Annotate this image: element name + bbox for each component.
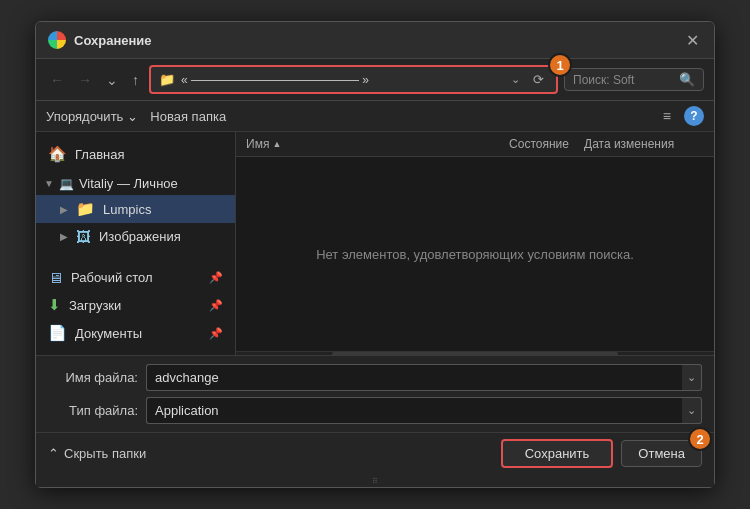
title-bar: Сохранение ✕	[36, 22, 714, 59]
back-button[interactable]: ←	[46, 70, 68, 90]
lumpics-folder-icon: 📁	[76, 200, 95, 218]
close-button[interactable]: ✕	[682, 30, 702, 50]
sidebar-lumpics-label: Lumpics	[103, 202, 151, 217]
title-bar-left: Сохранение	[48, 31, 152, 49]
save-button[interactable]: Сохранить	[501, 439, 614, 468]
home-icon: 🏠	[48, 145, 67, 163]
col-name-text: Имя	[246, 137, 269, 151]
organize-arrow: ⌄	[127, 109, 138, 124]
help-button[interactable]: ?	[684, 106, 704, 126]
file-list-header: Имя ▲ Состояние Дата изменения	[236, 132, 714, 157]
pin-icon-desktop: 📌	[209, 271, 223, 284]
sidebar-item-desktop[interactable]: 🖥 Рабочий стол 📌	[36, 264, 235, 291]
filetype-row: Тип файла: ⌄	[48, 397, 702, 424]
filetype-input[interactable]	[146, 397, 682, 424]
toolbar: Упорядочить ⌄ Новая папка ≡ ?	[36, 101, 714, 132]
search-box: Поиск: Soft 🔍	[564, 68, 704, 91]
sidebar: 🏠 Главная ▼ 💻 Vitaliy — Личное ▶ 📁 Lumpi…	[36, 132, 236, 355]
sidebar-group-header[interactable]: ▼ 💻 Vitaliy — Личное	[36, 172, 235, 195]
save-dialog: Сохранение ✕ ← → ⌄ ↑ 📁 « —————————————— …	[35, 21, 715, 488]
col-status-text: Состояние	[509, 137, 569, 151]
up-button[interactable]: ↑	[128, 70, 143, 90]
badge-1: 1	[548, 53, 572, 77]
new-folder-button[interactable]: Новая папка	[150, 109, 226, 124]
sidebar-desktop-label: Рабочий стол	[71, 270, 153, 285]
action-buttons: Сохранить Отмена 2	[501, 439, 702, 468]
sidebar-home-label: Главная	[75, 147, 124, 162]
pin-icon-downloads: 📌	[209, 299, 223, 312]
bottom-bar: Имя файла: ⌄ Тип файла: ⌄	[36, 355, 714, 432]
filename-row: Имя файла: ⌄	[48, 364, 702, 391]
badge-2: 2	[688, 427, 712, 451]
dropdown-button[interactable]: ⌄	[102, 70, 122, 90]
downloads-icon: ⬇	[48, 296, 61, 314]
sidebar-item-home[interactable]: 🏠 Главная	[36, 140, 235, 168]
empty-message: Нет элементов, удовлетворяющих условиям …	[316, 247, 634, 262]
refresh-button[interactable]: ⟳	[529, 70, 548, 89]
sidebar-images-label: Изображения	[99, 229, 181, 244]
drive-icon: 💻	[59, 177, 74, 191]
new-folder-label: Новая папка	[150, 109, 226, 124]
pin-icon-documents: 📌	[209, 327, 223, 340]
toolbar-right: ≡ ?	[658, 106, 704, 126]
file-list-body: Нет элементов, удовлетворяющих условиям …	[236, 157, 714, 351]
lumpics-arrow: ▶	[60, 204, 68, 215]
address-text: « —————————————— »	[181, 73, 502, 87]
dialog-title: Сохранение	[74, 33, 152, 48]
organize-label: Упорядочить	[46, 109, 123, 124]
address-dropdown-btn[interactable]: ⌄	[508, 73, 523, 86]
hide-folders-button[interactable]: ⌃ Скрыть папки	[48, 446, 146, 461]
sort-arrow: ▲	[272, 139, 281, 149]
images-arrow: ▶	[60, 231, 68, 242]
col-date-text: Дата изменения	[584, 137, 674, 151]
view-button[interactable]: ≡	[658, 106, 676, 126]
expand-arrow-down: ▼	[44, 178, 54, 189]
filetype-dropdown[interactable]: ⌄	[682, 397, 702, 424]
sidebar-item-downloads[interactable]: ⬇ Загрузки 📌	[36, 291, 235, 319]
filetype-input-group: ⌄	[146, 397, 702, 424]
sidebar-documents-label: Документы	[75, 326, 142, 341]
organize-button[interactable]: Упорядочить ⌄	[46, 109, 138, 124]
filename-label: Имя файла:	[48, 370, 138, 385]
filetype-label: Тип файла:	[48, 403, 138, 418]
col-date-header[interactable]: Дата изменения	[584, 137, 704, 151]
filename-input[interactable]	[146, 364, 682, 391]
col-name-header[interactable]: Имя ▲	[246, 137, 494, 151]
filename-input-group: ⌄	[146, 364, 702, 391]
documents-icon: 📄	[48, 324, 67, 342]
sidebar-item-documents[interactable]: 📄 Документы 📌	[36, 319, 235, 347]
sidebar-group-label: Vitaliy — Личное	[79, 176, 178, 191]
forward-button[interactable]: →	[74, 70, 96, 90]
nav-bar: ← → ⌄ ↑ 📁 « —————————————— » ⌄ ⟳ 1 Поиск…	[36, 59, 714, 101]
filename-dropdown[interactable]: ⌄	[682, 364, 702, 391]
file-list: Имя ▲ Состояние Дата изменения Нет элеме…	[236, 132, 714, 355]
hide-folders-arrow: ⌃	[48, 446, 59, 461]
content-area: 🏠 Главная ▼ 💻 Vitaliy — Личное ▶ 📁 Lumpi…	[36, 132, 714, 355]
search-placeholder-text: Поиск: Soft	[573, 73, 674, 87]
app-icon	[48, 31, 66, 49]
sidebar-group-personal: ▼ 💻 Vitaliy — Личное ▶ 📁 Lumpics ▶ 🖼 Изо…	[36, 168, 235, 254]
actions-bar: ⌃ Скрыть папки Сохранить Отмена 2	[36, 432, 714, 476]
folder-icon: 📁	[159, 72, 175, 87]
address-bar[interactable]: 📁 « —————————————— » ⌄ ⟳	[149, 65, 558, 94]
resize-handle[interactable]: ⠿	[36, 476, 714, 487]
search-icon: 🔍	[679, 72, 695, 87]
images-icon: 🖼	[76, 228, 91, 245]
desktop-icon: 🖥	[48, 269, 63, 286]
col-status-header[interactable]: Состояние	[494, 137, 584, 151]
sidebar-item-images[interactable]: ▶ 🖼 Изображения	[36, 223, 235, 250]
sidebar-downloads-label: Загрузки	[69, 298, 121, 313]
hide-folders-label: Скрыть папки	[64, 446, 146, 461]
sidebar-item-lumpics[interactable]: ▶ 📁 Lumpics	[36, 195, 235, 223]
toolbar-left: Упорядочить ⌄ Новая папка	[46, 109, 226, 124]
